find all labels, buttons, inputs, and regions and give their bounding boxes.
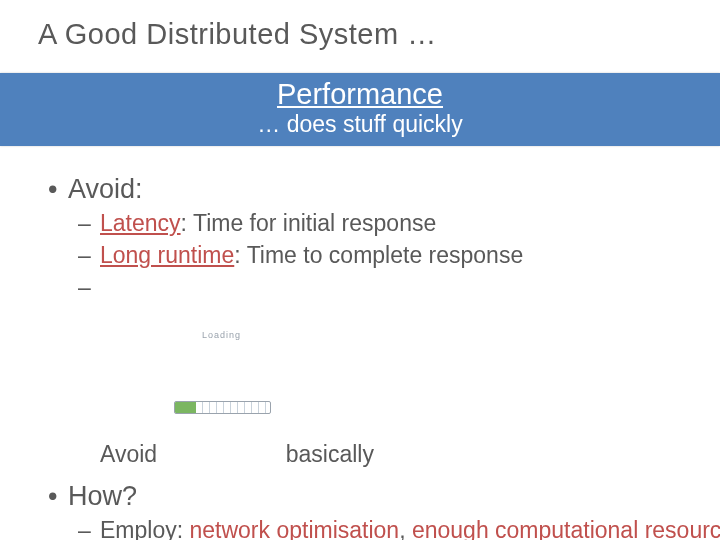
term-computational-resources: enough computational resources: [412, 517, 720, 540]
slide-title-area: A Good Distributed System …: [0, 0, 720, 59]
bullet-avoid: Avoid:: [48, 174, 682, 205]
loading-label: Loading: [174, 330, 269, 341]
rest: Time to complete response: [247, 242, 524, 268]
sep: :: [234, 242, 246, 268]
slide-body: Avoid: Latency: Time for initial respons…: [0, 146, 720, 540]
rest: Time for initial response: [193, 210, 436, 236]
highlight-band: Performance … does stuff quickly: [0, 73, 720, 146]
slide: A Good Distributed System … Performance …: [0, 0, 720, 540]
loading-widget: Loading: [174, 273, 269, 472]
seg-a: Employ:: [100, 517, 189, 540]
slide-title: A Good Distributed System …: [38, 18, 690, 51]
pre: Avoid: [100, 441, 164, 467]
bullet-runtime: Long runtime: Time to complete response: [78, 241, 682, 270]
bullet-loading: Avoid Loading basically: [78, 273, 682, 472]
loading-bar-fill: [175, 402, 196, 413]
band-subheading: … does stuff quickly: [0, 111, 720, 138]
loading-bar: [174, 401, 271, 414]
band-heading: Performance: [0, 78, 720, 111]
bullet-latency: Latency: Time for initial response: [78, 209, 682, 238]
sep: :: [181, 210, 193, 236]
term-network-optimisation: network optimisation: [189, 517, 399, 540]
post: basically: [279, 441, 374, 467]
seg-c: ,: [399, 517, 412, 540]
bullet-employ: Employ: network optimisation, enough com…: [78, 516, 682, 540]
bullet-how: How?: [48, 481, 682, 512]
term-latency: Latency: [100, 210, 181, 236]
term-runtime: Long runtime: [100, 242, 234, 268]
